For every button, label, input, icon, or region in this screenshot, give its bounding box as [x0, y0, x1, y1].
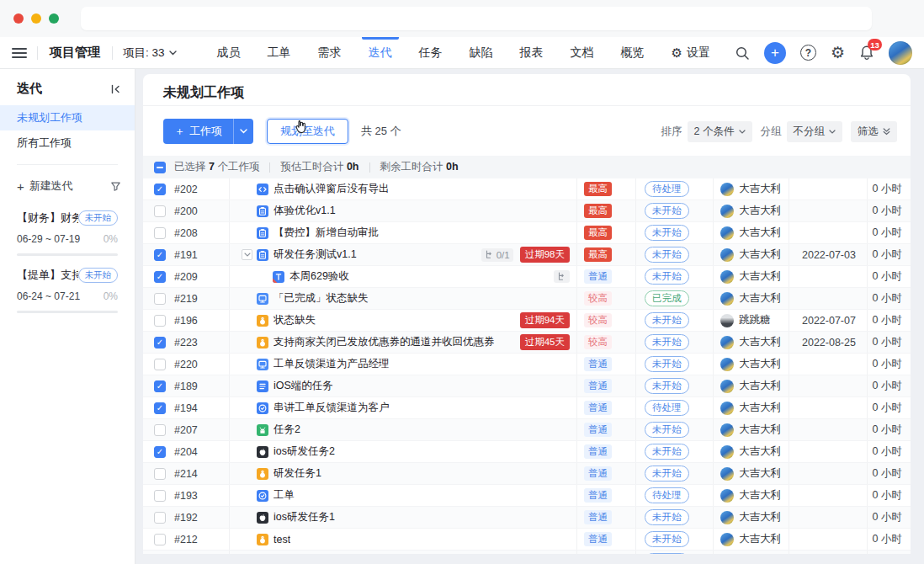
- status-pill[interactable]: 未开始: [645, 269, 689, 285]
- subtask-progress-chip[interactable]: [554, 270, 570, 283]
- status-pill[interactable]: 未开始: [645, 356, 689, 372]
- status-pill[interactable]: 未开始: [645, 509, 689, 525]
- row-checkbox[interactable]: [154, 359, 166, 370]
- nav-tab-缺陷[interactable]: 缺陷: [459, 37, 503, 69]
- status-pill[interactable]: 未开始: [645, 378, 689, 394]
- status-pill[interactable]: 未开始: [645, 422, 689, 438]
- workitem-title[interactable]: 工单: [273, 488, 295, 503]
- table-row[interactable]: #193工单普通待处理大吉大利0 小时: [143, 485, 911, 507]
- iteration-card[interactable]: 【财务】财务...未开始06-29 ~ 07-190%: [0, 199, 135, 256]
- tab-settings[interactable]: ⚙ 设置: [661, 45, 720, 61]
- row-checkbox[interactable]: [154, 424, 166, 436]
- address-bar[interactable]: [81, 7, 872, 30]
- workitem-title[interactable]: 本周629验收: [289, 269, 349, 284]
- sidebar-item[interactable]: 所有工作项: [0, 130, 135, 156]
- notification-bell-icon[interactable]: 13: [859, 45, 874, 61]
- subtask-progress-chip[interactable]: 0/1: [481, 248, 513, 262]
- table-row[interactable]: ✓#189iOS端的任务普通未开始大吉大利0 小时: [143, 375, 911, 397]
- table-row[interactable]: #192ios研发任务1普通未开始大吉大利0 小时: [143, 507, 911, 529]
- status-pill[interactable]: 未开始: [645, 247, 689, 263]
- collapse-sidebar-icon[interactable]: [109, 83, 121, 95]
- group-dropdown[interactable]: 不分组: [787, 121, 843, 142]
- row-checkbox[interactable]: [154, 293, 166, 305]
- row-checkbox[interactable]: [154, 205, 166, 217]
- nav-tab-工单[interactable]: 工单: [258, 37, 301, 69]
- hamburger-menu-icon[interactable]: [12, 45, 27, 61]
- status-pill[interactable]: 待处理: [645, 181, 689, 197]
- table-row[interactable]: ✓#209本周629验收普通未开始大吉大利0 小时: [143, 266, 911, 288]
- workitem-title[interactable]: 状态缺失: [273, 313, 316, 327]
- workitem-title[interactable]: 支持商家关闭已发放优惠券的通道并收回优惠券: [273, 335, 495, 349]
- status-pill[interactable]: 已完成: [645, 290, 689, 306]
- table-row[interactable]: ✓#202点击确认弹窗后没有导出最高待处理大吉大利0 小时: [143, 178, 911, 200]
- window-minimize-button[interactable]: [31, 13, 41, 24]
- sidebar-item[interactable]: 未规划工作项: [0, 105, 135, 130]
- workitem-title[interactable]: 体验优化v1.1: [273, 204, 336, 218]
- status-pill[interactable]: 待处理: [645, 553, 689, 554]
- iteration-card[interactable]: 【提单】支持...未开始06-24 ~ 07-210%: [0, 256, 135, 313]
- table-row[interactable]: #200体验优化v1.1最高未开始大吉大利0 小时: [143, 200, 911, 222]
- table-row[interactable]: #220工单反馈渠道为产品经理普通未开始大吉大利0 小时: [143, 354, 911, 375]
- table-row[interactable]: #214研发任务1普通未开始大吉大利0 小时: [143, 463, 911, 485]
- table-row[interactable]: ✓#204ios研发任务2普通未开始大吉大利0 小时: [143, 441, 911, 463]
- user-avatar[interactable]: [889, 41, 912, 65]
- row-checkbox[interactable]: [154, 534, 166, 545]
- workitem-title[interactable]: 研发任务测试v1.1: [273, 247, 357, 262]
- nav-tab-迭代[interactable]: 迭代: [358, 37, 402, 69]
- search-icon[interactable]: [735, 45, 750, 61]
- status-pill[interactable]: 未开始: [645, 312, 689, 328]
- table-row[interactable]: #196状态缺失过期94天较高未开始跳跳糖2022-07-070 小时: [143, 310, 911, 332]
- window-close-button[interactable]: [13, 13, 24, 24]
- add-workitem-dropdown[interactable]: [233, 119, 253, 144]
- table-row[interactable]: ✓#194串讲工单反馈渠道为客户普通待处理大吉大利0 小时: [143, 397, 911, 419]
- table-row[interactable]: #212test普通未开始大吉大利0 小时: [143, 529, 911, 551]
- workitem-title[interactable]: ios研发任务2: [273, 444, 335, 459]
- status-pill[interactable]: 未开始: [645, 334, 689, 350]
- row-checkbox[interactable]: [154, 315, 166, 327]
- workitem-title[interactable]: 任务2: [273, 423, 300, 437]
- table-row[interactable]: #225【考核】测试计划不通过提bug普通待处理大吉大利0 小时: [143, 551, 911, 554]
- nav-tab-需求[interactable]: 需求: [308, 37, 352, 69]
- nav-tab-成员[interactable]: 成员: [207, 37, 251, 69]
- workitem-title[interactable]: 串讲工单反馈渠道为客户: [273, 401, 390, 415]
- nav-tab-概览[interactable]: 概览: [611, 37, 655, 69]
- row-checkbox[interactable]: ✓: [154, 380, 166, 392]
- status-pill[interactable]: 未开始: [645, 203, 689, 219]
- sort-condition-dropdown[interactable]: 2 个条件: [688, 121, 752, 142]
- add-workitem-button[interactable]: ＋ 工作项: [163, 119, 253, 144]
- workitem-title[interactable]: iOS端的任务: [273, 379, 333, 393]
- nav-tab-任务[interactable]: 任务: [409, 37, 453, 69]
- workitem-title[interactable]: test: [273, 534, 290, 545]
- workitem-title[interactable]: 点击确认弹窗后没有导出: [273, 182, 390, 196]
- nav-tab-报表[interactable]: 报表: [510, 37, 554, 69]
- table-row[interactable]: #219「已完成」状态缺失较高已完成大吉大利0 小时: [143, 288, 911, 310]
- table-row[interactable]: #208【费控】新增自动审批最高未开始大吉大利0 小时: [143, 222, 911, 244]
- row-checkbox[interactable]: [154, 512, 166, 524]
- status-pill[interactable]: 未开始: [645, 531, 689, 547]
- row-checkbox[interactable]: ✓: [154, 337, 166, 349]
- row-checkbox[interactable]: ✓: [154, 184, 166, 195]
- filter-funnel-icon[interactable]: [110, 181, 121, 192]
- table-row[interactable]: #207任务2普通未开始大吉大利0 小时: [143, 419, 911, 441]
- new-iteration-button[interactable]: + 新建迭代: [0, 173, 135, 199]
- plan-to-iteration-button[interactable]: 规划至迭代: [267, 119, 348, 144]
- help-icon[interactable]: ?: [800, 45, 816, 61]
- settings-gear-icon[interactable]: ⚙: [831, 45, 845, 61]
- row-checkbox[interactable]: ✓: [154, 402, 166, 414]
- status-pill[interactable]: 未开始: [645, 225, 689, 241]
- workitem-title[interactable]: 「已完成」状态缺失: [273, 291, 369, 306]
- expand-children-toggle[interactable]: [242, 249, 252, 260]
- table-row[interactable]: ✓#191研发任务测试v1.10/1过期98天最高未开始大吉大利2022-07-…: [143, 244, 911, 266]
- nav-tab-文档[interactable]: 文档: [560, 37, 604, 69]
- row-checkbox[interactable]: ✓: [154, 271, 166, 283]
- workitem-title[interactable]: 【费控】新增自动审批: [273, 226, 379, 240]
- row-checkbox[interactable]: [154, 468, 166, 480]
- table-row[interactable]: ✓#223支持商家关闭已发放优惠券的通道并收回优惠券过期45天较高未开始大吉大利…: [143, 332, 911, 354]
- select-all-checkbox[interactable]: [154, 162, 166, 173]
- workitem-title[interactable]: ios研发任务1: [273, 510, 335, 524]
- create-button[interactable]: +: [764, 42, 786, 64]
- row-checkbox[interactable]: ✓: [154, 446, 166, 458]
- status-pill[interactable]: 待处理: [645, 400, 689, 416]
- status-pill[interactable]: 未开始: [645, 466, 689, 482]
- status-pill[interactable]: 未开始: [645, 444, 689, 460]
